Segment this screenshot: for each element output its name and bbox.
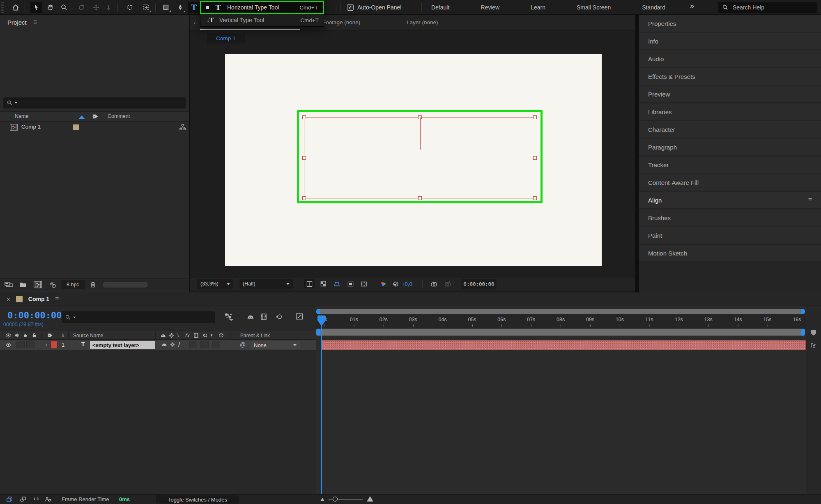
orbit-camera-tool[interactable] (76, 2, 87, 13)
show-snapshot-icon[interactable] (442, 279, 453, 288)
tab-layer[interactable]: Layer (none) (407, 19, 438, 25)
composition-canvas[interactable] (225, 54, 602, 266)
layer-name-field[interactable]: <empty text layer> (90, 341, 155, 349)
comp-marker-bin-icon[interactable] (810, 329, 817, 336)
sort-ascending-icon[interactable] (79, 115, 85, 119)
frame-blending-icon[interactable] (260, 313, 268, 321)
work-area-end-handle[interactable] (801, 329, 805, 336)
project-search-box[interactable] (3, 97, 186, 108)
solo-cell[interactable] (26, 341, 34, 348)
region-of-interest-icon[interactable] (345, 279, 356, 288)
viewer-timecode[interactable]: 0:00:00:00 (461, 279, 497, 289)
text-box-outline[interactable] (304, 117, 535, 198)
resize-handle-top-right[interactable] (533, 115, 537, 119)
parent-dropdown[interactable]: None (251, 341, 300, 349)
sidebar-panel-paragraph[interactable]: Paragraph (639, 139, 821, 155)
pan-camera-tool[interactable] (90, 2, 102, 13)
transparency-grid-icon[interactable] (318, 279, 329, 288)
menu-item-vertical-type-tool[interactable]: ↓T Vertical Type Tool Cmd+T (200, 14, 324, 27)
fast-preview-icon[interactable] (304, 279, 315, 288)
project-item-row[interactable]: Comp 1 (0, 122, 189, 133)
layer-rasterize-icon[interactable] (169, 341, 176, 348)
toggle-switches-modes-button[interactable]: Toggle Switches / Modes (156, 495, 239, 504)
workspace-tab-standard[interactable]: Standard (639, 2, 669, 12)
flowchart-icon[interactable] (179, 124, 186, 131)
source-name-column[interactable]: Source Name (73, 333, 103, 338)
timeline-navigator-bar[interactable] (316, 309, 805, 314)
sidebar-panel-brushes[interactable]: Brushes (639, 209, 821, 226)
expander-chevron-icon[interactable]: › (45, 341, 47, 348)
current-time-indicator-handle[interactable] (317, 315, 326, 326)
dolly-camera-tool[interactable] (103, 2, 114, 13)
workspace-overflow-chevron[interactable]: » (690, 2, 693, 10)
audio-cell[interactable] (16, 341, 25, 348)
toolbar-grip[interactable] (1, 2, 4, 13)
new-folder-icon[interactable] (19, 281, 27, 288)
resize-handle-middle-right[interactable] (533, 156, 537, 160)
workspace-tab-learn[interactable]: Learn (527, 2, 549, 12)
layer-selection-box[interactable] (297, 110, 543, 203)
reset-exposure-icon[interactable] (390, 279, 401, 288)
type-tool[interactable]: T (188, 2, 200, 13)
sidebar-panel-content-aware-fill[interactable]: Content-Aware Fill (639, 174, 821, 191)
layer-label-swatch[interactable] (51, 341, 57, 348)
help-search-input[interactable] (733, 4, 807, 11)
frame-blend-cell[interactable] (200, 341, 209, 348)
resize-handle-middle-left[interactable] (302, 156, 306, 160)
comment-column-header[interactable]: Comment (108, 113, 130, 119)
grid-guides-icon[interactable] (359, 279, 369, 288)
resize-handle-bottom-center[interactable] (418, 196, 422, 200)
navigator-end-handle[interactable] (801, 309, 805, 314)
channel-settings-icon[interactable] (378, 279, 389, 288)
horizontal-scrollbar[interactable] (103, 282, 148, 288)
current-time-indicator-line[interactable] (321, 316, 322, 494)
expand-layer-switches-icon[interactable] (5, 495, 14, 504)
hand-tool[interactable] (44, 2, 56, 13)
auto-open-checkbox[interactable]: ✓ (347, 4, 354, 11)
workspace-tab-default[interactable]: Default (428, 2, 453, 12)
project-item-name[interactable]: Comp 1 (21, 124, 41, 130)
column-separator[interactable] (103, 113, 103, 121)
magnification-dropdown[interactable]: (33,3%) (197, 279, 233, 289)
pen-tool[interactable] (175, 2, 186, 13)
time-ruler[interactable]: 0s01s02s03s04s05s06s07s08s09s10s11s12s13… (316, 314, 806, 329)
parent-link-column[interactable]: Parent & Link (240, 333, 270, 338)
in-out-panes-icon[interactable] (32, 495, 41, 504)
sidebar-panel-preview[interactable]: Preview (639, 86, 821, 102)
bit-depth-button[interactable]: 8 bpc (61, 280, 85, 289)
sidebar-panel-align[interactable]: Align≡ (639, 192, 821, 208)
trash-icon[interactable] (89, 281, 97, 288)
item-label-swatch[interactable] (73, 124, 79, 130)
transfer-controls-icon[interactable] (18, 495, 28, 504)
selection-tool[interactable] (30, 2, 42, 13)
layer-row[interactable]: › 1 T <empty text layer> / @ None (0, 340, 316, 350)
home-button[interactable] (10, 2, 21, 13)
motion-blur-icon[interactable] (274, 313, 283, 321)
timeline-search-box[interactable] (62, 311, 215, 323)
effects-cell[interactable] (189, 341, 197, 348)
current-timecode[interactable]: 0:00:00:00 (7, 310, 62, 320)
layer-duration-bar[interactable] (322, 340, 806, 350)
work-area-bar[interactable] (316, 329, 805, 336)
close-icon[interactable]: × (7, 296, 10, 303)
pan-behind-tool[interactable] (140, 2, 152, 13)
shy-toggle-icon[interactable] (246, 313, 255, 321)
layer-number-column[interactable]: # (62, 333, 64, 338)
work-area-start-handle[interactable] (316, 329, 320, 336)
resize-handle-bottom-right[interactable] (533, 196, 537, 200)
exposure-offset-value[interactable]: +0,0 (402, 281, 412, 287)
layer-quality-icon[interactable]: / (178, 341, 180, 348)
zoom-out-mountain-icon[interactable] (320, 498, 324, 501)
name-column-header[interactable]: Name (15, 113, 28, 119)
rotation-tool[interactable] (124, 2, 136, 13)
tab-footage[interactable]: Footage (none) (322, 19, 360, 25)
sidebar-panel-effects-presets[interactable]: Effects & Presets (639, 68, 821, 85)
help-search-box[interactable] (718, 2, 817, 13)
panel-menu-icon[interactable]: ≡ (33, 18, 37, 26)
timeline-zoom-slider-knob[interactable] (333, 497, 338, 502)
timeline-tab-label[interactable]: Comp 1 (28, 296, 49, 302)
zoom-tool[interactable] (58, 2, 70, 13)
new-composition-icon[interactable] (34, 281, 42, 288)
graph-editor-icon[interactable] (295, 312, 304, 321)
rectangle-tool[interactable] (160, 2, 172, 13)
